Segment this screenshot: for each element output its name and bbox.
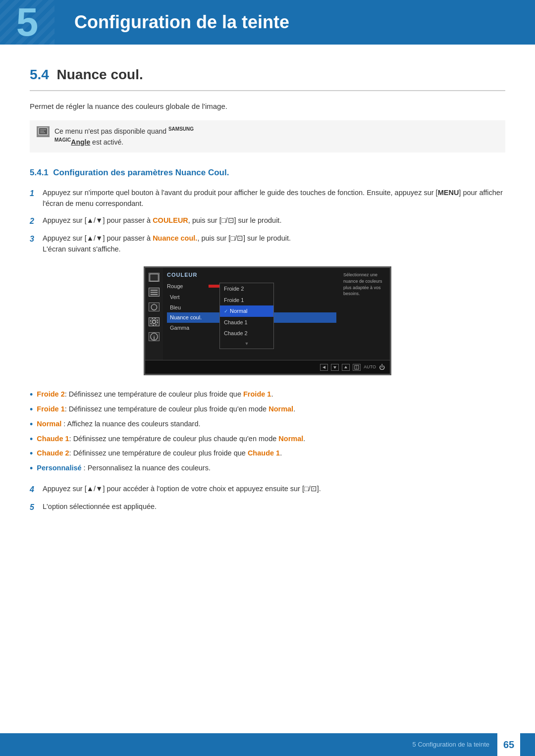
step-1: 1 Appuyez sur n'importe quel bouton à l'… [30, 188, 505, 209]
step-3-text: Appuyez sur [▲/▼] pour passer à Nuance c… [43, 233, 291, 255]
submenu-froide1: Froide 1 [220, 295, 273, 306]
chapter-title-text: Configuration de la teinte [74, 9, 289, 36]
btn-down [331, 364, 339, 371]
bullet-dot-6: • [30, 464, 33, 473]
monitor-submenu: Froide 2 Froide 1 Normal Chaude 1 Chaude… [219, 283, 274, 349]
bullet-dot-2: • [30, 405, 33, 414]
step-1-num: 1 [30, 188, 40, 200]
sidebar-icon-2 [149, 288, 160, 297]
svg-point-11 [151, 318, 158, 325]
btn-left [320, 364, 328, 371]
monitor-container: i COULEUR Rouge ▶ Vert Bleu Nuance c [30, 266, 505, 375]
section-description: Permet de régler la nuance des couleurs … [30, 101, 505, 112]
monitor-screen: i COULEUR Rouge ▶ Vert Bleu Nuance c [144, 266, 391, 375]
bullet-text-3: Normal : Affichez la nuance des couleurs… [37, 419, 200, 430]
chapter-title: Configuration de la teinte [54, 0, 535, 45]
note-link: Angle [71, 138, 90, 146]
subsection-number: 5.4.1 [30, 168, 53, 177]
section-heading: 5.4 Nuance coul. [30, 64, 505, 91]
note-box: Ce menu n'est pas disponible quand SAMSU… [30, 120, 505, 152]
btn-up [342, 364, 350, 371]
sidebar-icon-gear [149, 317, 160, 326]
submenu-froide2: Froide 2 [220, 283, 273, 295]
bullet-text-1: Froide 2: Définissez une température de … [37, 389, 273, 400]
bullet-perso: • Personnalisé : Personnalisez la nuance… [30, 463, 505, 474]
note-icon [37, 126, 50, 137]
note-text: Ce menu n'est pas disponible quand SAMSU… [54, 125, 194, 148]
bullet-text-6: Personnalisé : Personnalisez la nuance d… [37, 463, 211, 474]
bullet-dot-5: • [30, 449, 33, 458]
chapter-number: 5 [16, 0, 39, 52]
submenu-more: ▼ [220, 339, 273, 349]
bullet-text-2: Froide 1: Définissez une température de … [37, 404, 295, 415]
menu-title: COULEUR [167, 271, 336, 279]
svg-marker-14 [322, 366, 325, 369]
chapter-header: 5 Configuration de la teinte [0, 0, 535, 45]
sidebar-icon-3 [149, 302, 160, 311]
monitor-inner: i COULEUR Rouge ▶ Vert Bleu Nuance c [145, 268, 390, 360]
step-2: 2 Appuyez sur [▲/▼] pour passer à COULEU… [30, 215, 505, 227]
section-number: 5.4 [30, 67, 56, 82]
step-2-text: Appuyez sur [▲/▼] pour passer à COULEUR,… [43, 215, 281, 226]
step-5: 5 L'option sélectionnée est appliquée. [30, 502, 505, 513]
monitor-sidebar: i [145, 268, 163, 360]
step-5-text: L'option sélectionnée est appliquée. [43, 502, 157, 512]
monitor-help-text: Sélectionnez une nuance de couleurs plus… [343, 272, 382, 296]
monitor-bottom-bar: AUTO ⏻ [145, 360, 390, 374]
step-1-text: Appuyez sur n'importe quel bouton à l'av… [43, 188, 505, 209]
btn-enter [353, 364, 361, 371]
auto-label: AUTO [364, 364, 376, 371]
page-footer: 5 Configuration de la teinte 65 [0, 733, 535, 756]
bullet-dot-1: • [30, 390, 33, 399]
step-4-text: Appuyez sur [▲/▼] pour accéder à l'optio… [43, 484, 321, 495]
step-3: 3 Appuyez sur [▲/▼] pour passer à Nuance… [30, 233, 505, 255]
sidebar-icon-1 [149, 273, 160, 282]
step-4-num: 4 [30, 484, 40, 496]
svg-point-8 [151, 304, 157, 310]
submenu-normal: Normal [220, 305, 273, 317]
bullet-text-4: Chaude 1: Définissez une température de … [37, 434, 305, 445]
step-2-num: 2 [30, 215, 40, 227]
steps-group: 1 Appuyez sur n'importe quel bouton à l'… [30, 188, 505, 254]
subsection-title: Configuration des paramètres Nuance Coul… [53, 168, 229, 177]
sidebar-icon-info: i [149, 332, 160, 341]
bullet-normal: • Normal : Affichez la nuance des couleu… [30, 419, 505, 430]
submenu-chaude2: Chaude 2 [220, 328, 273, 339]
svg-marker-16 [344, 366, 347, 368]
main-content: 5.4 Nuance coul. Permet de régler la nua… [0, 64, 535, 573]
step-4: 4 Appuyez sur [▲/▼] pour accéder à l'opt… [30, 484, 505, 496]
svg-text:i: i [153, 335, 155, 341]
subsection-heading: 5.4.1 Configuration des paramètres Nuanc… [30, 166, 505, 179]
note-prefix: Ce menu n'est pas disponible quand [54, 127, 168, 135]
step-3-num: 3 [30, 233, 40, 245]
footer-page-number: 65 [497, 733, 520, 756]
step-5-num: 5 [30, 502, 40, 513]
bullet-froide2: • Froide 2: Définissez une température d… [30, 389, 505, 400]
bullet-dot-4: • [30, 435, 33, 444]
submenu-chaude1: Chaude 1 [220, 317, 273, 328]
chapter-number-box: 5 [0, 0, 54, 45]
footer-chapter-text: 5 Configuration de la teinte [413, 740, 489, 750]
section-title: Nuance coul. [56, 67, 143, 82]
note-suffix: est activé. [90, 138, 123, 146]
bullet-froide1: • Froide 1: Définissez une température d… [30, 404, 505, 415]
svg-rect-4 [150, 274, 158, 281]
bullet-dot-3: • [30, 420, 33, 429]
svg-marker-15 [333, 366, 336, 369]
monitor-right-text: Sélectionnez une nuance de couleurs plus… [340, 268, 390, 360]
bullet-chaude1: • Chaude 1: Définissez une température d… [30, 434, 505, 445]
power-icon: ⏻ [379, 363, 385, 372]
svg-point-10 [152, 320, 156, 324]
bullet-chaude2: • Chaude 2: Définissez une température d… [30, 448, 505, 459]
steps-after-group: 4 Appuyez sur [▲/▼] pour accéder à l'opt… [30, 484, 505, 513]
bullet-list: • Froide 2: Définissez une température d… [30, 389, 505, 474]
bullet-text-5: Chaude 2: Définissez une température de … [37, 448, 282, 459]
